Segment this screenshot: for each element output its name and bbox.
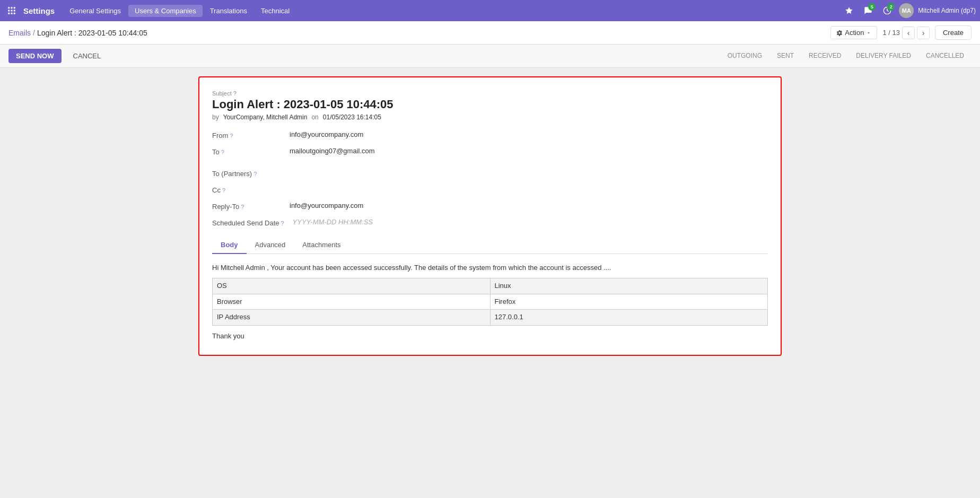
email-tabs: Body Advanced Attachments: [212, 237, 768, 254]
to-partners-label: To (Partners) ?: [212, 169, 281, 178]
from-value: info@yourcompany.com: [290, 130, 768, 138]
email-author: YourCompany, Mitchell Admin: [223, 113, 308, 121]
breadcrumb-parent[interactable]: Emails: [8, 29, 31, 37]
menu-item-general-settings[interactable]: General Settings: [63, 5, 127, 17]
to-value: mailoutgoing07@gmail.com: [290, 147, 768, 155]
body-footer: Thank you: [212, 331, 768, 342]
breadcrumb: Emails / Login Alert : 2023-01-05 10:44:…: [8, 29, 147, 37]
menu-item-users-companies[interactable]: Users & Companies: [128, 5, 203, 17]
reply-to-row: Reply-To ? info@yourcompany.com: [212, 202, 768, 211]
send-now-button[interactable]: SEND NOW: [8, 49, 62, 63]
svg-rect-3: [8, 10, 10, 12]
svg-rect-4: [11, 10, 13, 12]
reply-to-label: Reply-To ?: [212, 202, 281, 211]
table-cell-os-key: OS: [213, 278, 491, 294]
breadcrumb-separator: /: [33, 29, 35, 37]
table-row: Browser Firefox: [213, 294, 768, 310]
tab-body[interactable]: Body: [212, 237, 247, 254]
email-date: 01/05/2023 16:14:05: [323, 113, 381, 121]
table-cell-ip-key: IP Address: [213, 310, 491, 326]
cc-row: Cc ?: [212, 185, 768, 194]
brand-label: Settings: [23, 6, 55, 15]
pagination-text: 1 / 13: [882, 29, 900, 37]
status-tab-cancelled[interactable]: CANCELLED: [918, 45, 972, 68]
cancel-button[interactable]: CANCEL: [66, 49, 109, 63]
messages-icon-btn[interactable]: 5: [861, 3, 876, 18]
svg-rect-6: [8, 13, 10, 14]
tab-attachments[interactable]: Attachments: [294, 237, 349, 254]
topnav: Settings General Settings Users & Compan…: [0, 0, 980, 21]
to-partners-row: To (Partners) ?: [212, 169, 768, 178]
table-cell-ip-val: 127.0.0.1: [490, 310, 768, 326]
create-button[interactable]: Create: [935, 25, 972, 40]
svg-rect-8: [14, 13, 15, 14]
topnav-menu: General Settings Users & Companies Trans…: [63, 5, 839, 17]
body-content: Hi Mitchell Admin , Your account has bee…: [212, 263, 768, 342]
on-label: on: [311, 113, 318, 121]
menu-item-translations[interactable]: Translations: [204, 5, 253, 17]
subject-label-text: Subject: [212, 90, 232, 97]
breadcrumb-current: Login Alert : 2023-01-05 10:44:05: [37, 29, 147, 37]
subject-help-icon[interactable]: ?: [233, 90, 237, 97]
email-subject: Login Alert : 2023-01-05 10:44:05: [212, 98, 768, 111]
spacer: [212, 163, 768, 169]
to-row: To ? mailoutgoing07@gmail.com: [212, 147, 768, 156]
username-label[interactable]: Mitchell Admin (dp7): [918, 7, 976, 14]
action-label: Action: [845, 29, 864, 37]
scheduled-value[interactable]: YYYY-MM-DD HH:MM:SS: [293, 218, 768, 226]
table-row: OS Linux: [213, 278, 768, 294]
activity-badge: 2: [887, 3, 895, 11]
by-label: by: [212, 113, 219, 121]
cc-help-icon[interactable]: ?: [222, 187, 225, 194]
activity-icon-btn[interactable]: 2: [880, 3, 895, 18]
subheader-right: Action 1 / 13 ‹ › Create: [830, 25, 972, 40]
action-button[interactable]: Action: [830, 26, 877, 39]
scheduled-row: Scheduled Send Date ? YYYY-MM-DD HH:MM:S…: [212, 218, 768, 227]
svg-rect-7: [11, 13, 13, 14]
table-cell-os-val: Linux: [490, 278, 768, 294]
from-row: From ? info@yourcompany.com: [212, 130, 768, 139]
reply-to-help-icon[interactable]: ?: [241, 204, 244, 210]
pagination: 1 / 13 ‹ ›: [882, 27, 930, 39]
avatar[interactable]: MA: [899, 3, 914, 18]
subject-label-row: Subject ?: [212, 90, 768, 97]
svg-rect-2: [14, 7, 15, 8]
status-tab-sent[interactable]: SENT: [769, 45, 801, 68]
table-cell-browser-key: Browser: [213, 294, 491, 310]
menu-item-technical[interactable]: Technical: [255, 5, 296, 17]
table-row: IP Address 127.0.0.1: [213, 310, 768, 326]
info-table: OS Linux Browser Firefox IP Address 127.…: [212, 278, 768, 326]
messages-badge: 5: [868, 3, 876, 11]
to-label: To ?: [212, 147, 281, 156]
status-tab-outgoing[interactable]: OUTGOING: [720, 45, 769, 68]
scheduled-label: Scheduled Send Date ?: [212, 218, 284, 227]
table-cell-browser-val: Firefox: [490, 294, 768, 310]
svg-rect-1: [11, 7, 13, 8]
status-tab-delivery-failed[interactable]: DELIVERY FAILED: [848, 45, 918, 68]
to-partners-help-icon[interactable]: ?: [253, 171, 257, 177]
subheader: Emails / Login Alert : 2023-01-05 10:44:…: [0, 21, 980, 45]
svg-rect-5: [14, 10, 15, 12]
body-intro: Hi Mitchell Admin , Your account has bee…: [212, 263, 768, 274]
reply-to-value: info@yourcompany.com: [290, 202, 768, 209]
next-page-button[interactable]: ›: [917, 27, 930, 39]
email-card: Subject ? Login Alert : 2023-01-05 10:44…: [198, 76, 782, 356]
apps-icon[interactable]: [4, 3, 19, 18]
status-tab-received[interactable]: RECEIVED: [801, 45, 848, 68]
actionbar: SEND NOW CANCEL OUTGOING SENT RECEIVED D…: [0, 45, 980, 68]
cc-label: Cc ?: [212, 185, 281, 194]
main-content: Subject ? Login Alert : 2023-01-05 10:44…: [0, 68, 980, 496]
prev-page-button[interactable]: ‹: [902, 27, 915, 39]
scheduled-help-icon[interactable]: ?: [281, 220, 284, 226]
to-help-icon[interactable]: ?: [221, 149, 224, 155]
from-label: From ?: [212, 130, 281, 139]
status-tabs: OUTGOING SENT RECEIVED DELIVERY FAILED C…: [720, 45, 972, 68]
email-meta: by YourCompany, Mitchell Admin on 01/05/…: [212, 113, 768, 121]
topnav-right: 5 2 MA Mitchell Admin (dp7): [842, 3, 976, 18]
star-icon-btn[interactable]: [842, 3, 856, 18]
svg-rect-0: [8, 7, 10, 8]
tab-advanced[interactable]: Advanced: [247, 237, 294, 254]
from-help-icon[interactable]: ?: [230, 133, 233, 139]
scheduled-placeholder: YYYY-MM-DD HH:MM:SS: [293, 218, 373, 226]
